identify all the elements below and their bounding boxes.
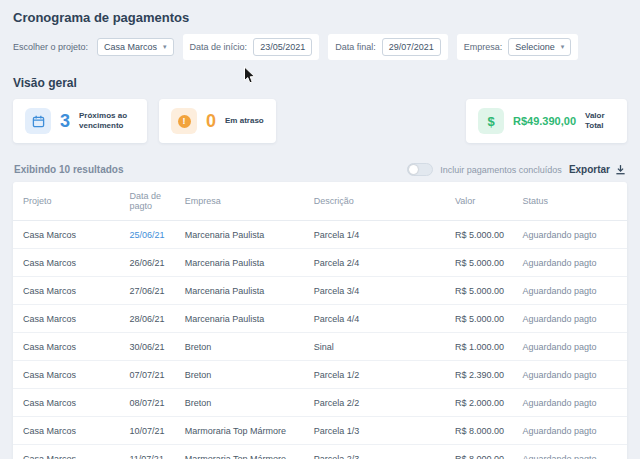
export-button[interactable]: Exportar [569, 164, 626, 175]
overdue-label: Em atraso [225, 116, 264, 126]
project-filter-label: Escolher o projeto: [13, 42, 88, 52]
col-valor: Valor [449, 182, 517, 221]
upcoming-label: Próximos ao vencimento [79, 111, 135, 132]
cell-valor: R$ 5.000.00 [449, 305, 517, 333]
col-empresa: Empresa [179, 182, 308, 221]
col-data: Data de pagto [124, 182, 179, 221]
end-date-input[interactable]: 29/07/2021 [382, 38, 441, 56]
project-select[interactable]: Casa Marcos ▾ [97, 38, 174, 56]
table-row[interactable]: Casa Marcos08/07/21BretonParcela 2/2R$ 2… [13, 389, 627, 417]
cell-descricao: Parcela 3/4 [308, 277, 449, 305]
cell-projeto: Casa Marcos [13, 333, 124, 361]
total-value: R$49.390,00 [513, 115, 576, 127]
company-select[interactable]: Selecione ▾ [508, 38, 571, 56]
cell-descricao: Parcela 1/4 [308, 221, 449, 249]
cell-empresa: Marcenaria Paulista [179, 221, 308, 249]
cell-status: Aguardando pagto [516, 361, 627, 389]
cell-empresa: Breton [179, 389, 308, 417]
cell-valor: R$ 1.000.00 [449, 333, 517, 361]
cell-valor: R$ 5.000.00 [449, 249, 517, 277]
cell-data[interactable]: 27/06/21 [124, 277, 179, 305]
start-date-value: 23/05/2021 [260, 42, 305, 52]
upcoming-count: 3 [60, 111, 70, 132]
start-date-input[interactable]: 23/05/2021 [253, 38, 312, 56]
results-count: Exibindo 10 resultados [14, 164, 123, 175]
cell-empresa: Marmoraria Top Mármore [179, 445, 308, 459]
cell-data[interactable]: 26/06/21 [124, 249, 179, 277]
cell-status: Aguardando pagto [516, 333, 627, 361]
cell-status: Aguardando pagto [516, 389, 627, 417]
table-row[interactable]: Casa Marcos25/06/21Marcenaria PaulistaPa… [13, 221, 627, 249]
calendar-icon [25, 108, 51, 134]
cell-empresa: Marcenaria Paulista [179, 277, 308, 305]
project-select-value: Casa Marcos [104, 42, 157, 52]
filter-bar: Escolher o projeto: Casa Marcos ▾ Data d… [13, 34, 627, 60]
include-completed-label: Incluir pagamentos concluídos [440, 165, 562, 175]
col-projeto: Projeto [13, 182, 124, 221]
cell-projeto: Casa Marcos [13, 249, 124, 277]
col-status: Status [516, 182, 627, 221]
overdue-count: 0 [206, 111, 216, 132]
cell-descricao: Parcela 4/4 [308, 305, 449, 333]
cell-projeto: Casa Marcos [13, 305, 124, 333]
toggle-knob [409, 165, 418, 174]
company-group: Empresa: Selecione ▾ [457, 34, 579, 60]
table-row[interactable]: Casa Marcos26/06/21Marcenaria PaulistaPa… [13, 249, 627, 277]
payments-table: Projeto Data de pagto Empresa Descrição … [13, 182, 627, 459]
overdue-payments-card: ! 0 Em atraso [159, 99, 276, 143]
page: Cronograma de pagamentos Escolher o proj… [0, 0, 640, 459]
toolbar-actions: Incluir pagamentos concluídos Exportar [407, 163, 626, 176]
download-icon [615, 164, 626, 175]
cell-data[interactable]: 10/07/21 [124, 417, 179, 445]
cell-data[interactable]: 08/07/21 [124, 389, 179, 417]
cell-data[interactable]: 30/06/21 [124, 333, 179, 361]
payments-table-panel: Projeto Data de pagto Empresa Descrição … [13, 182, 627, 459]
cell-projeto: Casa Marcos [13, 417, 124, 445]
cell-valor: R$ 2.390.00 [449, 361, 517, 389]
warning-glyph: ! [178, 115, 191, 128]
total-value-card: $ R$49.390,00 Valor Total [466, 99, 627, 143]
cell-empresa: Marcenaria Paulista [179, 249, 308, 277]
total-label: Valor Total [585, 111, 615, 132]
warning-icon: ! [171, 108, 197, 134]
cell-descricao: Parcela 2/4 [308, 249, 449, 277]
start-date-group: Data de início: 23/05/2021 [183, 34, 320, 60]
table-row[interactable]: Casa Marcos11/07/21Marmoraria Top Mármor… [13, 445, 627, 459]
cell-empresa: Marmoraria Top Mármore [179, 417, 308, 445]
table-row[interactable]: Casa Marcos30/06/21BretonSinalR$ 1.000.0… [13, 333, 627, 361]
cell-status: Aguardando pagto [516, 249, 627, 277]
dollar-glyph: $ [487, 114, 494, 129]
cell-projeto: Casa Marcos [13, 221, 124, 249]
table-header-row: Projeto Data de pagto Empresa Descrição … [13, 182, 627, 221]
cell-data[interactable]: 07/07/21 [124, 361, 179, 389]
cell-projeto: Casa Marcos [13, 277, 124, 305]
table-body: Casa Marcos25/06/21Marcenaria PaulistaPa… [13, 221, 627, 459]
cell-empresa: Breton [179, 361, 308, 389]
company-select-value: Selecione [515, 42, 555, 52]
cell-data[interactable]: 11/07/21 [124, 445, 179, 459]
include-completed-toggle[interactable] [407, 163, 433, 176]
upcoming-payments-card: 3 Próximos ao vencimento [13, 99, 147, 143]
cell-valor: R$ 8.000.00 [449, 417, 517, 445]
cell-projeto: Casa Marcos [13, 389, 124, 417]
table-toolbar: Exibindo 10 resultados Incluir pagamento… [13, 159, 627, 182]
chevron-down-icon: ▾ [561, 43, 565, 51]
cell-data[interactable]: 28/06/21 [124, 305, 179, 333]
cell-status: Aguardando pagto [516, 445, 627, 459]
table-row[interactable]: Casa Marcos10/07/21Marmoraria Top Mármor… [13, 417, 627, 445]
cell-data[interactable]: 25/06/21 [124, 221, 179, 249]
cell-empresa: Breton [179, 333, 308, 361]
table-row[interactable]: Casa Marcos07/07/21BretonParcela 1/2R$ 2… [13, 361, 627, 389]
cell-descricao: Parcela 2/3 [308, 445, 449, 459]
overview-cards: 3 Próximos ao vencimento ! 0 Em atraso $… [13, 99, 627, 143]
table-row[interactable]: Casa Marcos28/06/21Marcenaria PaulistaPa… [13, 305, 627, 333]
start-date-label: Data de início: [190, 42, 248, 52]
end-date-label: Data final: [335, 42, 376, 52]
cell-status: Aguardando pagto [516, 305, 627, 333]
cell-valor: R$ 8.000.00 [449, 445, 517, 459]
end-date-group: Data final: 29/07/2021 [328, 34, 448, 60]
export-label: Exportar [569, 164, 610, 175]
table-row[interactable]: Casa Marcos27/06/21Marcenaria PaulistaPa… [13, 277, 627, 305]
cell-descricao: Parcela 2/2 [308, 389, 449, 417]
cell-projeto: Casa Marcos [13, 361, 124, 389]
